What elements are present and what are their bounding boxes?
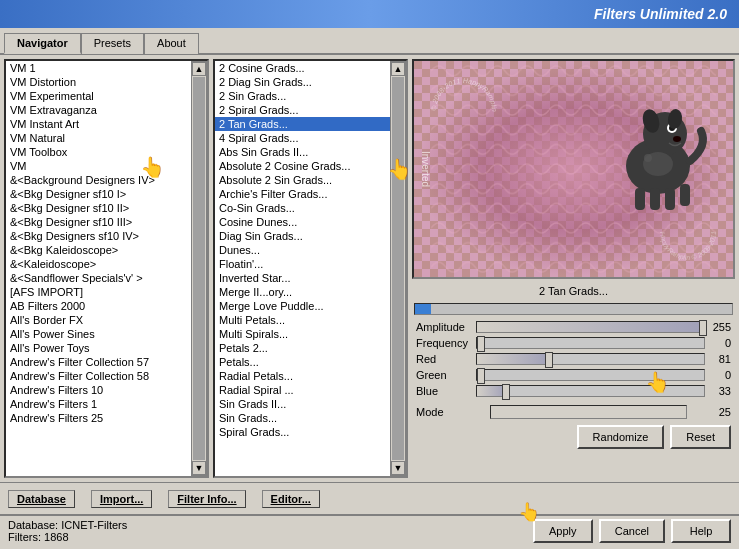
filter-item[interactable]: 2 Sin Grads... [215,89,390,103]
param-value: 255 [709,319,735,335]
param-slider-cell[interactable] [472,319,709,335]
editor-button[interactable]: Editor... [262,490,320,508]
filter-item[interactable]: 2 Spiral Grads... [215,103,390,117]
category-item[interactable]: VM Distortion [6,75,191,89]
category-item[interactable]: VM Natural [6,131,191,145]
filter-item[interactable]: 2 Cosine Grads... [215,61,390,75]
filter-item[interactable]: Diag Sin Grads... [215,229,390,243]
tab-navigator[interactable]: Navigator [4,33,81,54]
category-item[interactable]: [AFS IMPORT] [6,285,191,299]
param-slider-thumb[interactable] [477,368,485,384]
param-slider-thumb[interactable] [545,352,553,368]
scroll-thumb[interactable] [193,77,205,460]
filter-item[interactable]: Abs Sin Grads II... [215,145,390,159]
tab-about[interactable]: About [144,33,199,54]
filter-item[interactable]: Sin Grads II... [215,397,390,411]
category-item[interactable]: Andrew's Filter Collection 58 [6,369,191,383]
filter-item[interactable]: Multi Spirals... [215,327,390,341]
param-row: Amplitude255 [412,319,735,335]
param-slider-cell[interactable] [472,351,709,367]
main-content: VM 1VM DistortionVM ExperimentalVM Extra… [0,55,739,482]
filter-item[interactable]: Merge II...ory... [215,285,390,299]
filter-item[interactable]: Dunes... [215,243,390,257]
reset-button[interactable]: Reset [670,425,731,449]
svg-point-13 [644,154,652,162]
category-item[interactable]: VM Toolbox [6,145,191,159]
category-item[interactable]: &<Bkg Designers sf10 IV> [6,229,191,243]
filter-item[interactable]: Co-Sin Grads... [215,201,390,215]
param-slider-cell[interactable] [472,383,709,399]
mode-row: Mode 25 [412,403,735,421]
mode-control[interactable] [490,405,687,419]
category-item[interactable]: &<Bkg Designer sf10 II> [6,201,191,215]
database-button[interactable]: Database [8,490,75,508]
category-item[interactable]: All's Border FX [6,313,191,327]
filter-item[interactable]: Petals 2... [215,341,390,355]
category-item[interactable]: Andrew's Filters 25 [6,411,191,425]
filter-item[interactable]: 2 Diag Sin Grads... [215,75,390,89]
category-item[interactable]: All's Power Sines [6,327,191,341]
category-item[interactable]: AB Filters 2000 [6,299,191,313]
category-item[interactable]: Andrew's Filters 1 [6,397,191,411]
filters-scrollbar[interactable]: ▲ ▼ [390,61,406,476]
param-slider-thumb[interactable] [502,384,510,400]
filter-scroll-up[interactable]: ▲ [391,62,405,76]
param-slider[interactable] [476,321,705,333]
apply-button[interactable]: Apply [533,519,593,543]
filter-item[interactable]: 2 Tan Grads... [215,117,390,131]
param-slider[interactable] [476,385,705,397]
help-button[interactable]: Help [671,519,731,543]
status-bar: Database: ICNET-Filters Filters: 1868 👆 … [0,514,739,546]
filter-info-button[interactable]: Filter Info... [168,490,245,508]
randomize-button[interactable]: Randomize [577,425,665,449]
filter-item[interactable]: Floatin'... [215,257,390,271]
filter-item[interactable]: Radial Spiral ... [215,383,390,397]
param-slider[interactable] [476,337,705,349]
param-slider-thumb[interactable] [699,320,707,336]
filter-item[interactable]: Spiral Grads... [215,425,390,439]
filter-item[interactable]: Cosine Dunes... [215,215,390,229]
filter-item[interactable]: Sin Grads... [215,411,390,425]
filter-item[interactable]: Inverted Star... [215,271,390,285]
param-slider-cell[interactable] [472,367,709,383]
param-slider[interactable] [476,369,705,381]
category-item[interactable]: VM Extravaganza [6,103,191,117]
category-item[interactable]: Andrew's Filters 10 [6,383,191,397]
filter-item[interactable]: Merge Love Puddle... [215,299,390,313]
param-slider-cell[interactable] [472,335,709,351]
cancel-button[interactable]: Cancel [599,519,665,543]
category-item[interactable]: &<Kaleidoscope> [6,257,191,271]
categories-scrollbar[interactable]: ▲ ▼ [191,61,207,476]
category-item[interactable]: &<Background Designers IV> [6,173,191,187]
filter-item[interactable]: Absolute 2 Cosine Grads... [215,159,390,173]
category-item[interactable]: &<Bkg Kaleidoscope> [6,243,191,257]
scroll-up-btn[interactable]: ▲ [192,62,206,76]
category-item[interactable]: VM [6,159,191,173]
filter-item[interactable]: 4 Spiral Grads... [215,131,390,145]
filter-scroll-down[interactable]: ▼ [391,461,405,475]
category-item[interactable]: &<Bkg Designer sf10 III> [6,215,191,229]
filter-item[interactable]: Radial Petals... [215,369,390,383]
import-button[interactable]: Import... [91,490,152,508]
category-item[interactable]: &<Bkg Designer sf10 I> [6,187,191,201]
category-item[interactable]: VM 1 [6,61,191,75]
scroll-down-btn[interactable]: ▼ [192,461,206,475]
category-item[interactable]: All's Power Toys [6,341,191,355]
param-slider[interactable] [476,353,705,365]
param-value: 0 [709,367,735,383]
filter-scroll-thumb[interactable] [392,77,404,460]
filter-item[interactable]: Multi Petals... [215,313,390,327]
tab-presets[interactable]: Presets [81,33,144,54]
filter-item[interactable]: Absolute 2 Sin Grads... [215,173,390,187]
param-value: 0 [709,335,735,351]
filter-item[interactable]: Petals... [215,355,390,369]
param-slider-fill [477,354,550,364]
svg-point-5 [673,136,681,142]
category-item[interactable]: &<Sandflower Specials'v' > [6,271,191,285]
app-title: Filters Unlimited 2.0 [594,6,727,22]
category-item[interactable]: VM Instant Art [6,117,191,131]
category-item[interactable]: VM Experimental [6,89,191,103]
category-item[interactable]: Andrew's Filter Collection 57 [6,355,191,369]
param-slider-thumb[interactable] [477,336,485,352]
filter-item[interactable]: Archie's Filter Grads... [215,187,390,201]
